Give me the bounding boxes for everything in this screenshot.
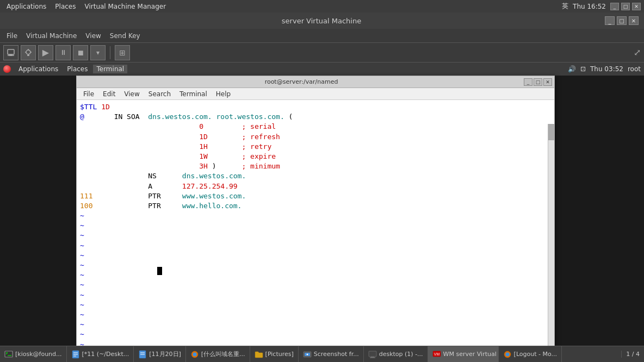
taskbar-item-editor2[interactable]: [11月20日] bbox=[134, 346, 186, 362]
taskbar-label-browser1: [什么叫域名重... bbox=[201, 350, 245, 358]
guest-display-icon: ⊡ bbox=[580, 65, 586, 73]
system-bar: Applications Places Virtual Machine Mana… bbox=[0, 0, 644, 13]
pause-btn[interactable]: ⏸ bbox=[55, 45, 71, 60]
places-menu[interactable]: Places bbox=[52, 2, 79, 11]
vm-minimize-btn[interactable]: _ bbox=[605, 16, 615, 25]
vm-menubar: File Virtual Machine View Send Key bbox=[0, 29, 644, 43]
close-btn[interactable]: ✕ bbox=[632, 3, 641, 10]
taskbar-label-desktop: desktop (1) -... bbox=[379, 351, 423, 358]
taskbar-item-pictures[interactable]: [Pictures] bbox=[250, 346, 299, 362]
guest-user: root bbox=[628, 65, 641, 73]
taskbar-item-screenshot[interactable]: Screenshot fr... bbox=[299, 346, 364, 362]
term-close-btn[interactable]: ✕ bbox=[543, 78, 552, 86]
term-minimize-btn[interactable]: _ bbox=[524, 78, 532, 86]
guest-topbar: Applications Places Terminal 🔊 ⊡ Thu 03:… bbox=[0, 63, 644, 76]
term-menu-help[interactable]: Help bbox=[212, 90, 235, 98]
maximize-btn[interactable]: □ bbox=[621, 3, 630, 10]
term-line-3: 0 ; serial bbox=[80, 122, 551, 132]
tilde-2: ~ bbox=[80, 221, 551, 230]
term-ctrl-right: _ □ ✕ bbox=[524, 78, 552, 86]
dropdown-btn[interactable]: ▾ bbox=[90, 45, 106, 60]
minimize-btn[interactable]: _ bbox=[610, 3, 619, 10]
window-controls[interactable]: _ □ ✕ bbox=[610, 3, 641, 10]
guest-area: Applications Places Terminal 🔊 ⊡ Thu 03:… bbox=[0, 63, 644, 362]
term-line-7: 3H ) ; minimum bbox=[80, 161, 551, 171]
terminal-icon bbox=[4, 350, 13, 359]
taskbar-item-browser1[interactable]: [什么叫域名重... bbox=[186, 346, 250, 362]
term-maximize-btn[interactable]: □ bbox=[534, 78, 542, 86]
taskbar-item-kiosk[interactable]: [kiosk@found... bbox=[0, 346, 67, 362]
taskbar-item-editor1[interactable]: [*11 (~/Deskt... bbox=[67, 346, 134, 362]
vm-window: server Virtual Machine _ □ ✕ File Virtua… bbox=[0, 13, 644, 362]
screenshot-btn[interactable]: ⊞ bbox=[115, 45, 130, 60]
page-indicator: 1 / 4 bbox=[626, 351, 640, 358]
taskbar-item-logout[interactable]: [Logout - Mo... bbox=[499, 346, 562, 362]
light-btn[interactable] bbox=[21, 45, 36, 60]
taskbar-item-desktop[interactable]: desktop (1) -... bbox=[364, 346, 428, 362]
applications-menu[interactable]: Applications bbox=[3, 2, 49, 11]
play-btn[interactable]: ▶ bbox=[38, 45, 53, 60]
terminal-window: root@server:/var/named _ □ ✕ File Edit V… bbox=[76, 76, 555, 362]
tilde-7: ~ bbox=[80, 270, 551, 280]
terminal-scrollbar[interactable] bbox=[548, 124, 554, 362]
vm-titlebar: server Virtual Machine _ □ ✕ bbox=[0, 13, 644, 29]
svg-point-3 bbox=[26, 50, 30, 54]
cursor-block bbox=[157, 267, 162, 275]
term-menu-file[interactable]: File bbox=[79, 90, 98, 98]
tilde-6: ~ bbox=[80, 260, 551, 270]
guest-audio-icon: 🔊 bbox=[568, 65, 576, 73]
power-btn[interactable] bbox=[3, 45, 18, 60]
term-menu-edit[interactable]: Edit bbox=[98, 90, 120, 98]
tilde-11: ~ bbox=[80, 310, 551, 320]
taskbar-label-vm: WM server Virtual ... bbox=[443, 351, 499, 358]
term-line-10: 111 PTR www.westos.com. bbox=[80, 191, 551, 201]
stop-btn[interactable]: ⏹ bbox=[73, 45, 88, 60]
term-menu-view[interactable]: View bbox=[120, 90, 144, 98]
clock: Thu 16:52 bbox=[573, 3, 606, 10]
tilde-4: ~ bbox=[80, 241, 551, 251]
terminal-titlebar: root@server:/var/named _ □ ✕ bbox=[77, 76, 554, 88]
term-menu-terminal[interactable]: Terminal bbox=[175, 90, 212, 98]
folder-icon bbox=[255, 350, 263, 359]
svg-point-22 bbox=[306, 353, 308, 355]
screenshot-icon bbox=[303, 350, 312, 359]
svg-rect-23 bbox=[369, 351, 376, 357]
guest-terminal-menu[interactable]: Terminal bbox=[93, 65, 127, 73]
tilde-5: ~ bbox=[80, 251, 551, 260]
vm-menu-view[interactable]: View bbox=[81, 31, 105, 41]
term-line-8: NS dns.westos.com. bbox=[80, 171, 551, 181]
term-menu-search[interactable]: Search bbox=[144, 90, 175, 98]
system-bar-right: 英 Thu 16:52 _ □ ✕ bbox=[562, 2, 641, 11]
guest-topbar-left: Applications Places Terminal bbox=[3, 65, 127, 73]
taskbar-item-vm[interactable]: VM WM server Virtual ... bbox=[428, 346, 499, 362]
taskbar-label-screenshot: Screenshot fr... bbox=[314, 351, 359, 358]
browser-icon-1 bbox=[190, 350, 199, 359]
guest-places-menu[interactable]: Places bbox=[64, 65, 91, 73]
guest-applications-menu[interactable]: Applications bbox=[15, 65, 61, 73]
vm-menu-file[interactable]: File bbox=[2, 31, 22, 41]
vm-titlebar-controls: _ □ ✕ bbox=[605, 16, 639, 25]
tilde-13: ~ bbox=[80, 329, 551, 339]
expand-btn[interactable]: ⤢ bbox=[634, 47, 641, 58]
vm-menu-send-key[interactable]: Send Key bbox=[106, 31, 145, 41]
language-indicator: 英 bbox=[562, 2, 568, 11]
tilde-3: ~ bbox=[80, 230, 551, 240]
terminal-content[interactable]: $TTL 1D @ IN SOA dns.westos.com. root.we… bbox=[77, 100, 554, 362]
scrollbar-thumb[interactable] bbox=[548, 124, 554, 140]
taskbar: [kiosk@found... [*11 (~/Deskt... [11月20日… bbox=[0, 346, 644, 362]
guest-topbar-right: 🔊 ⊡ Thu 03:52 root bbox=[568, 65, 641, 73]
guest-clock: Thu 03:52 bbox=[590, 65, 623, 73]
vm-menu-virtual-machine[interactable]: Virtual Machine bbox=[22, 31, 81, 41]
tilde-10: ~ bbox=[80, 300, 551, 310]
taskbar-label-editor1: [*11 (~/Deskt... bbox=[82, 351, 129, 358]
taskbar-label-editor2: [11月20日] bbox=[149, 350, 181, 358]
editor-icon-1 bbox=[71, 350, 80, 359]
toolbar-separator bbox=[110, 46, 110, 59]
vm-close-btn[interactable]: ✕ bbox=[629, 16, 639, 25]
vm-maximize-btn[interactable]: □ bbox=[617, 16, 627, 25]
vmm-menu[interactable]: Virtual Machine Manager bbox=[81, 2, 169, 11]
taskbar-label-kiosk: [kiosk@found... bbox=[15, 351, 62, 358]
taskbar-label-pictures: [Pictures] bbox=[265, 351, 294, 358]
tilde-9: ~ bbox=[80, 290, 551, 300]
terminal-menubar: File Edit View Search Terminal Help bbox=[77, 88, 554, 100]
